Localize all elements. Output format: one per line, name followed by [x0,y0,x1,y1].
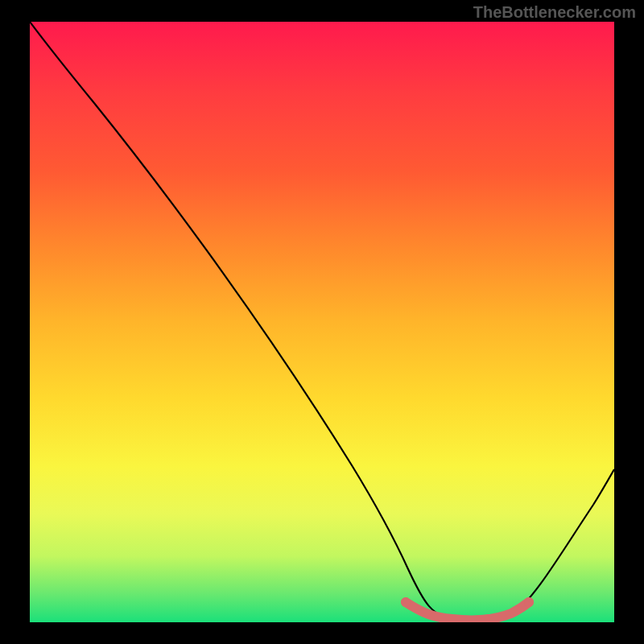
highlight-start-dot [401,597,411,607]
highlight-end-dot [524,597,534,607]
chart-plot-area [30,22,614,622]
highlight-band [406,602,529,621]
bottleneck-curve [30,22,614,621]
chart-svg [30,22,614,622]
watermark-label: TheBottlenecker.com [473,3,636,22]
